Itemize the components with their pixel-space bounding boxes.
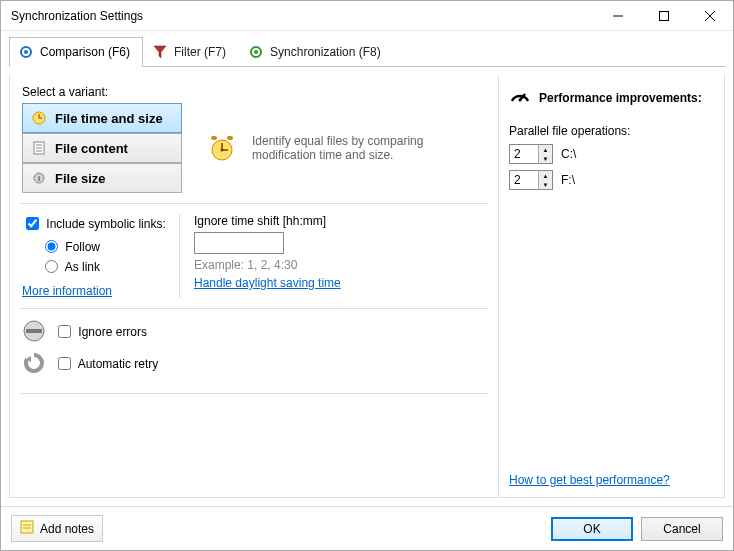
best-performance-link[interactable]: How to get best performance? (509, 473, 670, 487)
svg-rect-25 (26, 329, 42, 333)
size-icon: i (31, 171, 47, 185)
tab-comparison[interactable]: Comparison (F6) (9, 37, 143, 67)
gauge-icon (509, 85, 531, 110)
alarm-clock-icon (206, 132, 238, 164)
variant-file-size[interactable]: i File size (22, 163, 182, 193)
ignore-errors-checkbox[interactable]: Ignore errors (54, 322, 147, 341)
dst-link[interactable]: Handle daylight saving time (194, 276, 341, 290)
svg-line-3 (705, 11, 715, 21)
add-notes-button[interactable]: Add notes (11, 515, 103, 542)
svg-point-28 (519, 99, 522, 102)
tab-label: Synchronization (F8) (270, 45, 381, 59)
variant-file-content[interactable]: File content (22, 133, 182, 163)
parallel-value: 2 (510, 147, 538, 161)
titlebar: Synchronization Settings (1, 1, 733, 31)
symlinks-label: Include symbolic links: (46, 217, 165, 231)
notes-icon (20, 520, 34, 537)
variant-label: File content (55, 141, 128, 156)
ok-button[interactable]: OK (551, 517, 633, 541)
separator (20, 393, 488, 394)
timeshift-input[interactable] (194, 232, 284, 254)
ignore-errors-input[interactable] (58, 325, 71, 338)
svg-text:i: i (38, 174, 40, 183)
variant-label: File time and size (55, 111, 163, 126)
variant-label: File size (55, 171, 106, 186)
retry-icon (22, 351, 46, 375)
timeshift-example: Example: 1, 2, 4:30 (194, 258, 341, 272)
symlinks-aslink-radio[interactable]: As link (40, 257, 169, 274)
svg-point-23 (221, 149, 224, 152)
add-notes-label: Add notes (40, 522, 94, 536)
spin-up-icon[interactable]: ▲ (538, 171, 552, 180)
perf-header-text: Performance improvements: (539, 91, 702, 105)
ignore-errors-icon (22, 319, 46, 343)
gear-icon (18, 44, 34, 60)
follow-radio-input[interactable] (45, 240, 58, 253)
svg-rect-1 (660, 11, 669, 20)
automatic-retry-checkbox[interactable]: Automatic retry (54, 354, 158, 373)
window-title: Synchronization Settings (11, 9, 595, 23)
close-button[interactable] (687, 1, 733, 31)
left-panel: Select a variant: File time and size Fil… (9, 75, 499, 498)
parallel-count-c[interactable]: 2 ▲ ▼ (509, 144, 553, 164)
svg-rect-29 (21, 521, 33, 533)
drive-path: F:\ (561, 173, 575, 187)
maximize-button[interactable] (641, 1, 687, 31)
svg-point-5 (24, 50, 28, 54)
variant-description: Identify equal files by comparing modifi… (252, 134, 466, 162)
symlinks-checkbox-input[interactable] (26, 217, 39, 230)
svg-marker-6 (154, 46, 166, 58)
cancel-button[interactable]: Cancel (641, 517, 723, 541)
tab-label: Comparison (F6) (40, 45, 130, 59)
svg-point-8 (254, 50, 258, 54)
time-size-icon (31, 110, 47, 126)
spin-down-icon[interactable]: ▼ (538, 180, 552, 189)
parallel-label: Parallel file operations: (509, 124, 714, 138)
more-information-link[interactable]: More information (22, 284, 112, 298)
svg-line-2 (705, 11, 715, 21)
tab-filter[interactable]: Filter (F7) (143, 37, 239, 67)
tab-label: Filter (F7) (174, 45, 226, 59)
footer: Add notes OK Cancel (1, 506, 733, 550)
svg-rect-20 (227, 136, 233, 140)
spin-down-icon[interactable]: ▼ (538, 154, 552, 163)
timeshift-label: Ignore time shift [hh:mm] (194, 214, 341, 228)
variant-file-time-size[interactable]: File time and size (22, 103, 182, 133)
automatic-retry-input[interactable] (58, 357, 71, 370)
parallel-count-f[interactable]: 2 ▲ ▼ (509, 170, 553, 190)
tabs: Comparison (F6) Filter (F7) Synchronizat… (1, 31, 733, 67)
content-icon (31, 141, 47, 155)
symlinks-follow-radio[interactable]: Follow (40, 237, 169, 254)
filter-icon (152, 45, 168, 59)
variant-label: Select a variant: (22, 85, 486, 99)
parallel-value: 2 (510, 173, 538, 187)
svg-rect-19 (211, 136, 217, 140)
symlinks-checkbox[interactable]: Include symbolic links: (22, 214, 169, 233)
aslink-radio-input[interactable] (45, 260, 58, 273)
content: Select a variant: File time and size Fil… (1, 67, 733, 506)
sync-gear-icon (248, 44, 264, 60)
tab-sync[interactable]: Synchronization (F8) (239, 37, 394, 67)
drive-path: C:\ (561, 147, 576, 161)
right-panel: Performance improvements: Parallel file … (499, 75, 725, 498)
minimize-button[interactable] (595, 1, 641, 31)
spin-up-icon[interactable]: ▲ (538, 145, 552, 154)
